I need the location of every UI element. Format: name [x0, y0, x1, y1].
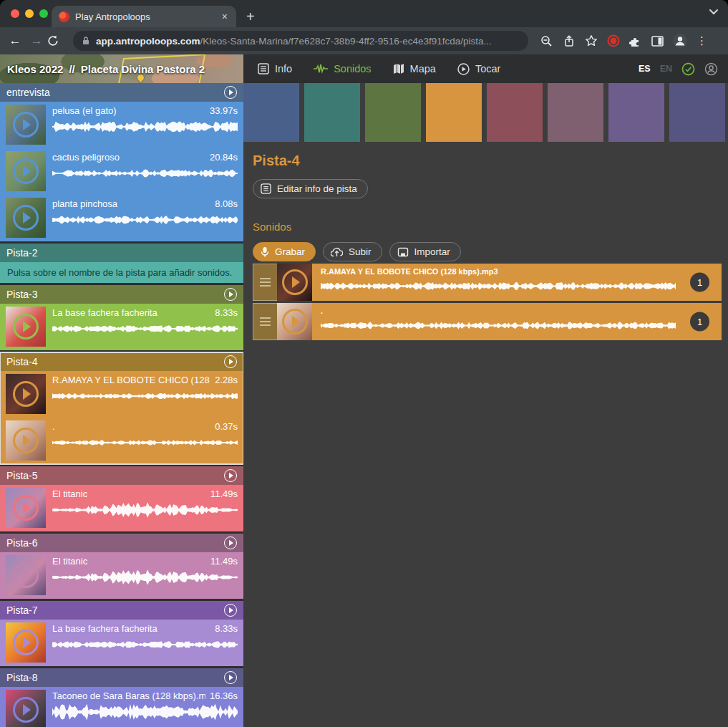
nav-item-info[interactable]: Info	[258, 63, 292, 74]
track-name[interactable]: Pista-7	[6, 605, 38, 616]
forward-button[interactable]: →	[26, 34, 47, 48]
sound-row[interactable]: R.AMAYA Y EL BOBOTE CHICO (128 kbps).mp3…	[253, 264, 722, 301]
sound-item[interactable]: Taconeo de Sara Baras (128 kbps).mp316.3…	[0, 687, 243, 727]
bookmark-star-icon[interactable]	[580, 34, 602, 47]
sound-title[interactable]: La base fachera facherita	[52, 623, 210, 634]
track-name[interactable]: Pista-3	[6, 289, 38, 300]
sound-thumbnail[interactable]	[6, 622, 46, 663]
track-play-icon[interactable]	[224, 671, 237, 684]
track-name[interactable]: Pista-8	[6, 672, 38, 683]
track-swatch-7[interactable]	[608, 83, 664, 142]
waveform[interactable]	[52, 211, 238, 228]
track-swatch-5[interactable]	[487, 83, 543, 142]
track-play-icon[interactable]	[224, 536, 237, 549]
new-tab-button[interactable]: +	[246, 9, 255, 24]
browser-tab[interactable]: Play Antropoloops ×	[52, 6, 236, 27]
sound-title[interactable]: planta pinchosa	[52, 198, 210, 209]
reload-button[interactable]	[47, 35, 69, 47]
sound-title[interactable]: R.AMAYA Y EL BOBOTE CHICO (128 kbps)....	[52, 375, 210, 385]
tab-close-icon[interactable]: ×	[220, 11, 229, 22]
track-play-icon[interactable]	[224, 86, 237, 99]
zoom-out-icon[interactable]	[535, 35, 558, 47]
side-panel-icon[interactable]	[646, 36, 669, 47]
sound-title[interactable]: pelusa (el gato)	[52, 105, 205, 116]
track-header[interactable]: entrevista	[0, 83, 243, 102]
waveform[interactable]	[52, 165, 238, 182]
track-header[interactable]: Pista-8	[0, 668, 243, 687]
close-window-button[interactable]	[11, 9, 19, 18]
sound-thumbnail[interactable]	[6, 555, 46, 595]
sound-item[interactable]: pelusa (el gato)33.97s	[0, 102, 243, 148]
play-icon[interactable]	[13, 112, 39, 138]
play-icon[interactable]	[13, 697, 39, 723]
sound-thumbnail[interactable]	[6, 690, 46, 727]
sound-thumbnail[interactable]	[277, 303, 312, 340]
edit-track-info-button[interactable]: Editar info de pista	[253, 179, 368, 198]
track-swatch-3[interactable]	[365, 83, 421, 142]
drag-handle-icon[interactable]	[253, 264, 277, 301]
track-header[interactable]: Pista-6	[0, 534, 243, 552]
play-icon[interactable]	[13, 428, 39, 453]
track-swatch-2[interactable]	[304, 83, 360, 142]
sound-thumbnail[interactable]	[6, 420, 46, 461]
lang-es[interactable]: ES	[639, 64, 651, 74]
minimize-window-button[interactable]	[25, 9, 34, 18]
extensions-puzzle-icon[interactable]	[624, 35, 646, 47]
track-swatch-4-selected[interactable]	[426, 83, 482, 142]
sound-item[interactable]: cactus peligroso20.84s	[0, 148, 243, 195]
track-header[interactable]: Pista-5	[0, 466, 243, 485]
sound-thumbnail[interactable]	[6, 488, 46, 528]
track-name[interactable]: Pista-2	[6, 247, 38, 259]
sound-title[interactable]: La base fachera facherita	[52, 307, 210, 318]
play-icon[interactable]	[13, 381, 39, 407]
sound-item[interactable]: El titanic11.49s	[0, 485, 243, 531]
zoom-window-button[interactable]	[39, 9, 48, 18]
sound-item[interactable]: La base fachera facherita8.33s	[0, 304, 243, 350]
play-icon[interactable]	[13, 630, 39, 655]
sound-thumbnail[interactable]	[6, 307, 46, 347]
waveform[interactable]	[321, 277, 676, 295]
track-header[interactable]: Pista-7	[0, 601, 243, 620]
waveform[interactable]	[52, 320, 238, 337]
record-button[interactable]: Grabar	[253, 242, 316, 261]
import-button[interactable]: Importar	[389, 242, 461, 261]
drag-handle-icon[interactable]	[253, 303, 277, 340]
back-button[interactable]: ←	[4, 34, 26, 48]
tab-search-chevron-icon[interactable]	[709, 9, 719, 15]
sound-title[interactable]: .	[52, 421, 210, 432]
sound-item[interactable]: La base fachera facherita8.33s	[0, 620, 243, 666]
play-icon[interactable]	[13, 314, 39, 340]
waveform[interactable]	[52, 636, 238, 653]
waveform[interactable]	[321, 317, 676, 334]
browser-menu-icon[interactable]: ⋮	[691, 34, 713, 47]
profile-avatar[interactable]	[669, 33, 691, 49]
sound-thumbnail[interactable]	[6, 151, 46, 191]
breadcrumb-place[interactable]: Placeta Divina Pastora 2	[81, 63, 205, 75]
breadcrumb-project[interactable]: Kleos 2022	[7, 63, 63, 75]
play-icon[interactable]	[13, 158, 39, 184]
address-bar[interactable]: app.antropoloops.com/Kleos-Santa-Marina/…	[73, 31, 528, 51]
sound-thumbnail[interactable]	[277, 264, 312, 301]
nav-item-tocar[interactable]: Tocar	[457, 63, 500, 75]
track-name[interactable]: entrevista	[6, 87, 50, 98]
track-play-icon[interactable]	[224, 288, 237, 301]
sound-title[interactable]: El titanic	[52, 556, 206, 567]
track-header[interactable]: Pista-3	[0, 285, 243, 304]
sound-row[interactable]: . 1	[253, 303, 722, 340]
sound-title[interactable]: .	[321, 307, 713, 315]
sound-item[interactable]: .0.37s	[0, 418, 243, 464]
play-icon[interactable]	[13, 495, 39, 521]
play-icon[interactable]	[282, 269, 308, 295]
map-thumbnail[interactable]: Kleos 2022 // Placeta Divina Pastora 2	[0, 54, 243, 83]
play-icon[interactable]	[13, 205, 39, 231]
upload-button[interactable]: Subir	[323, 242, 382, 261]
track-header[interactable]: Pista-2	[0, 244, 243, 262]
track-swatch-1[interactable]	[243, 83, 299, 142]
sound-item[interactable]: R.AMAYA Y EL BOBOTE CHICO (128 kbps)....…	[0, 371, 243, 418]
track-name[interactable]: Pista-6	[6, 537, 38, 549]
sound-thumbnail[interactable]	[6, 105, 46, 145]
sound-thumbnail[interactable]	[6, 374, 46, 414]
track-play-icon[interactable]	[224, 469, 237, 482]
track-name[interactable]: Pista-5	[6, 470, 38, 481]
share-icon[interactable]	[558, 35, 580, 47]
